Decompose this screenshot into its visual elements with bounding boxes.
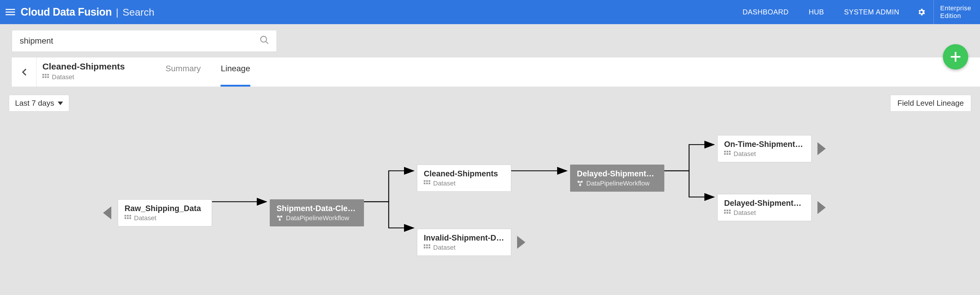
svg-rect-41 (724, 153, 726, 155)
svg-marker-3 (22, 68, 26, 76)
tabs: Summary Lineage (156, 57, 260, 87)
node-subtype-label: Dataset (733, 150, 756, 158)
node-subtype-label: Dataset (433, 179, 455, 187)
brand-name: Cloud Data Fusion (21, 6, 112, 18)
svg-rect-29 (424, 244, 425, 246)
back-button[interactable] (12, 57, 37, 87)
subheader: Cleaned-Shipments Dataset Summary Lineag… (0, 24, 980, 87)
node-subtype: Dataset (424, 244, 504, 251)
expand-right-icon[interactable] (818, 201, 826, 214)
svg-rect-4 (42, 74, 44, 76)
nav-system-admin-label: SYSTEM ADMIN (844, 8, 899, 16)
svg-rect-43 (729, 153, 731, 155)
svg-rect-38 (724, 151, 726, 152)
expand-right-icon[interactable] (517, 236, 525, 249)
edition-label: Enterprise Edition (934, 0, 980, 24)
dataset-icon (724, 209, 730, 216)
nav-dashboard-label: DASHBOARD (743, 8, 789, 16)
settings-icon[interactable] (909, 0, 934, 24)
tab-summary[interactable]: Summary (156, 57, 211, 87)
svg-rect-18 (127, 217, 129, 219)
add-button[interactable] (943, 44, 968, 70)
topbar-right: DASHBOARD HUB SYSTEM ADMIN Enterprise Ed… (733, 0, 980, 24)
brand: Cloud Data Fusion | Search (21, 6, 154, 18)
node-title: Shipment-Data-Clean… (277, 204, 357, 213)
svg-rect-5 (45, 74, 46, 76)
svg-rect-33 (426, 247, 428, 249)
svg-rect-46 (729, 209, 731, 211)
entity-title-block: Cleaned-Shipments Dataset (37, 57, 138, 87)
node-subtype: Dataset (724, 209, 805, 217)
field-level-lineage-button[interactable]: Field Level Lineage (890, 95, 972, 112)
node-subtype: Dataset (124, 214, 205, 222)
nav-system-admin[interactable]: SYSTEM ADMIN (834, 0, 909, 24)
node-subtype-label: DataPipelineWorkflow (586, 179, 650, 187)
node-subtype-label: DataPipelineWorkflow (286, 214, 349, 222)
svg-rect-14 (124, 215, 126, 217)
node-title: Delayed-Shipments-US (577, 169, 657, 178)
edition-line2: Edition (940, 12, 971, 20)
node-invalid-shipment-data[interactable]: Invalid-Shipment-Data Dataset (417, 229, 511, 256)
expand-left-icon[interactable] (103, 206, 111, 219)
chevron-down-icon (58, 101, 63, 105)
svg-rect-8 (45, 76, 46, 78)
svg-rect-17 (124, 217, 126, 219)
svg-rect-42 (727, 153, 728, 155)
workflow-icon (577, 180, 583, 187)
node-cleaned-shipments[interactable]: Cleaned-Shipments Dataset (417, 165, 511, 192)
search-icon[interactable] (259, 35, 269, 47)
dataset-icon (724, 151, 730, 157)
svg-rect-28 (429, 182, 431, 184)
entity-subtype: Dataset (42, 73, 125, 81)
entity-header: Cleaned-Shipments Dataset Summary Lineag… (12, 57, 980, 87)
expand-right-icon[interactable] (818, 142, 826, 155)
svg-rect-23 (424, 180, 425, 182)
svg-rect-15 (127, 215, 129, 217)
node-subtype: Dataset (424, 179, 504, 187)
svg-rect-16 (130, 215, 131, 217)
svg-rect-9 (48, 76, 49, 78)
nav-hub-label: HUB (809, 8, 824, 16)
node-raw-shipping-data[interactable]: Raw_Shipping_Data Dataset (118, 199, 212, 227)
svg-rect-0 (6, 9, 15, 10)
nav-dashboard[interactable]: DASHBOARD (733, 0, 799, 24)
node-subtype: Dataset (724, 150, 805, 158)
node-subtype-label: Dataset (134, 214, 156, 222)
lineage-toolbar: Last 7 days Field Level Lineage (0, 87, 980, 112)
search-box[interactable] (12, 30, 277, 52)
node-title: Cleaned-Shipments (424, 169, 504, 178)
svg-rect-40 (729, 151, 731, 152)
node-on-time-shipments[interactable]: On-Time-Shipments-… Dataset (718, 135, 811, 162)
search-input[interactable] (19, 36, 259, 46)
topbar: Cloud Data Fusion | Search DASHBOARD HUB… (0, 0, 980, 24)
svg-rect-1 (6, 11, 15, 13)
lineage-canvas[interactable]: Raw_Shipping_Data Dataset Shipment-Data-… (0, 112, 980, 295)
svg-rect-25 (429, 180, 431, 182)
svg-rect-48 (727, 212, 728, 214)
node-delayed-shipments-us-workflow[interactable]: Delayed-Shipments-US DataPipelineWorkflo… (570, 165, 664, 192)
svg-rect-7 (42, 76, 44, 78)
tab-lineage-label: Lineage (221, 64, 250, 73)
svg-rect-19 (130, 217, 131, 219)
tab-lineage[interactable]: Lineage (211, 57, 260, 87)
svg-rect-31 (429, 244, 431, 246)
svg-rect-2 (6, 14, 15, 15)
svg-rect-44 (724, 209, 726, 211)
node-title: On-Time-Shipments-… (724, 140, 805, 149)
node-title: Delayed-Shipments-US (724, 199, 805, 208)
node-title: Invalid-Shipment-Data (424, 233, 504, 243)
brand-separator: | (116, 6, 119, 18)
node-shipment-data-cleanse-workflow[interactable]: Shipment-Data-Clean… DataPipelineWorkflo… (270, 199, 364, 227)
node-delayed-shipments-us[interactable]: Delayed-Shipments-US Dataset (718, 194, 811, 221)
svg-rect-49 (729, 212, 731, 214)
dataset-icon (42, 74, 49, 80)
svg-rect-30 (426, 244, 428, 246)
nav-hub[interactable]: HUB (799, 0, 834, 24)
node-subtype: DataPipelineWorkflow (577, 179, 657, 187)
menu-icon[interactable] (0, 7, 21, 17)
time-range-label: Last 7 days (15, 98, 54, 108)
time-range-dropdown[interactable]: Last 7 days (9, 95, 69, 112)
svg-rect-27 (426, 182, 428, 184)
node-subtype: DataPipelineWorkflow (277, 214, 357, 222)
svg-rect-45 (727, 209, 728, 211)
